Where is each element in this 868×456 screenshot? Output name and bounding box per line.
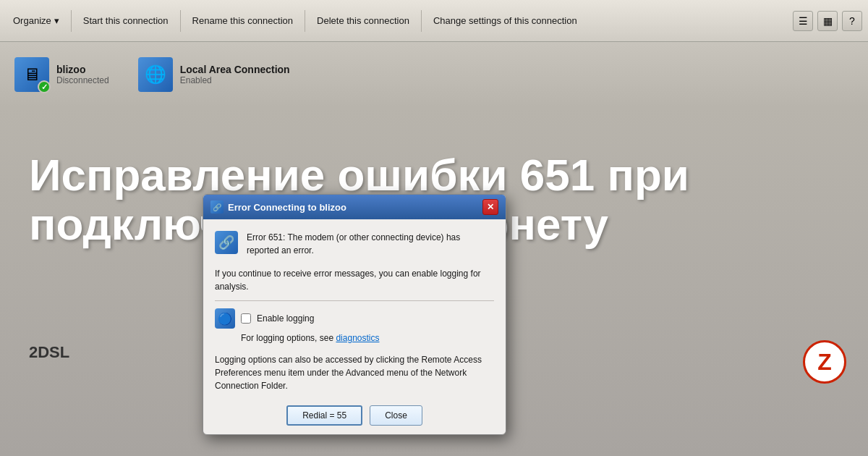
toolbar-divider-1	[71, 10, 72, 32]
blizoo-name: blizoo	[56, 64, 109, 75]
toolbar-divider-2	[180, 10, 181, 32]
network-area: 🖥 ✓ blizoo Disconnected 🌐 Local Area Con…	[0, 42, 868, 107]
view-toggle-button[interactable]: ☰	[793, 11, 813, 31]
logging-options-text: For logging options, see diagnostics	[241, 332, 494, 345]
local-area-name: Local Area Connection	[180, 64, 290, 75]
toolbar-divider-4	[421, 10, 422, 32]
dropdown-arrow-icon: ▾	[54, 15, 59, 26]
dialog-sub-text: If you continue to receive error message…	[215, 267, 494, 293]
change-settings-button[interactable]: Change settings of this connection	[426, 12, 584, 29]
view-icon-button[interactable]: ▦	[817, 11, 838, 31]
dialog-title-text: Error Connecting to blizoo	[228, 202, 346, 213]
dialog-title-icon: 🔗	[210, 200, 224, 214]
error-dialog: 🔗 Error Connecting to blizoo ✕ 🔗 Error 6…	[203, 194, 506, 435]
dialog-logging-section: 🔵 Enable logging For logging options, se…	[215, 308, 494, 345]
local-area-item[interactable]: 🌐 Local Area Connection Enabled	[138, 57, 290, 92]
rename-connection-button[interactable]: Rename this connection	[185, 12, 300, 29]
dialog-error-text: Error 651: The modem (or other connectin…	[247, 231, 494, 257]
z-logo-letter: Z	[817, 349, 832, 376]
start-connection-button[interactable]: Start this connection	[76, 12, 176, 29]
label-2dsl: 2DSL	[29, 343, 69, 362]
close-dialog-button[interactable]: Close	[370, 405, 422, 426]
toolbar-right: ☰ ▦ ?	[793, 11, 862, 31]
checkbox-row: 🔵 Enable logging	[215, 308, 494, 329]
organize-button[interactable]: Organize ▾	[6, 12, 67, 29]
dialog-title-content: 🔗 Error Connecting to blizoo	[210, 200, 346, 214]
enable-logging-checkbox[interactable]	[241, 313, 251, 324]
dialog-error-icon: 🔗	[215, 231, 238, 254]
dialog-long-text: Logging options can also be accessed by …	[215, 353, 494, 392]
local-area-status: Enabled	[180, 75, 290, 85]
toolbar-divider-3	[305, 10, 305, 32]
dialog-body: 🔗 Error 651: The modem (or other connect…	[203, 219, 506, 434]
toolbar: Organize ▾ Start this connection Rename …	[0, 0, 868, 42]
help-button[interactable]: ?	[842, 11, 862, 31]
z-logo-circle: Z	[803, 340, 846, 384]
enable-logging-label: Enable logging	[257, 313, 314, 324]
dialog-titlebar: 🔗 Error Connecting to blizoo ✕	[203, 195, 506, 219]
dialog-error-row: 🔗 Error 651: The modem (or other connect…	[215, 231, 494, 257]
blizoo-status: Disconnected	[56, 75, 109, 85]
blizoo-icon: 🖥 ✓	[14, 57, 49, 92]
dialog-buttons: Redial = 55 Close	[215, 402, 494, 426]
blizoo-item[interactable]: 🖥 ✓ blizoo Disconnected	[14, 57, 109, 92]
local-area-info: Local Area Connection Enabled	[180, 64, 290, 85]
dialog-separator	[215, 300, 494, 301]
local-icon-img: 🌐	[138, 57, 173, 92]
redial-button[interactable]: Redial = 55	[286, 405, 362, 426]
z-logo: Z	[803, 340, 846, 384]
diagnostics-link[interactable]: diagnostics	[336, 333, 379, 343]
local-icon: 🌐	[138, 57, 173, 92]
blizoo-info: blizoo Disconnected	[56, 64, 109, 85]
checkbox-icon: 🔵	[215, 308, 235, 329]
blizoo-badge: ✓	[38, 80, 51, 93]
main-area: Connecting... (PPP... Исправление ошибки…	[0, 107, 868, 456]
dialog-close-button[interactable]: ✕	[482, 199, 498, 215]
delete-connection-button[interactable]: Delete this connection	[310, 12, 417, 29]
